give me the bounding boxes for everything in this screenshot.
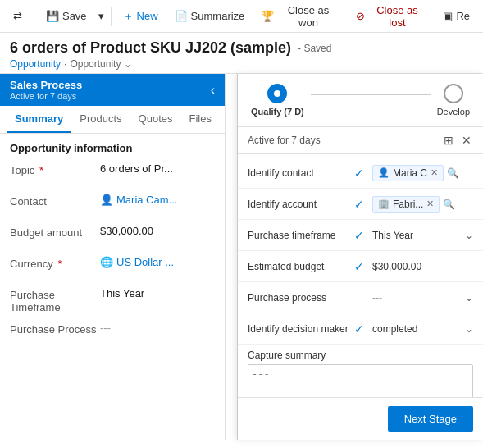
check-value-process: --- ⌄: [372, 292, 473, 304]
field-row-budget: Budget amount $30,000.00: [10, 225, 215, 248]
currency-link[interactable]: 🌐 US Dollar ...: [100, 256, 215, 268]
timeframe-dropdown[interactable]: ⌄: [465, 230, 473, 241]
check-mark-budget: ✓: [354, 260, 367, 273]
flyout-header-bar: Active for 7 days ⊞ ✕: [238, 127, 483, 154]
summarize-icon: 📄: [175, 10, 188, 22]
tab-files[interactable]: Files: [180, 106, 219, 133]
tab-summary[interactable]: Summary: [7, 106, 71, 133]
breadcrumb-link-2[interactable]: Opportunity ⌄: [70, 58, 131, 70]
person-icon: 👤: [100, 194, 113, 206]
back-button[interactable]: ⇄: [7, 7, 29, 25]
section-title-opportunity: Opportunity information: [10, 142, 215, 154]
field-row-currency: Currency * 🌐 US Dollar ...: [10, 256, 215, 279]
field-value-budget: $30,000.00: [100, 225, 215, 237]
tag-account-remove[interactable]: ✕: [426, 199, 434, 209]
required-indicator-2: *: [57, 258, 62, 270]
globe-icon: 🌐: [100, 256, 113, 268]
checklist-item-timeframe: Purchase timeframe ✓ This Year ⌄: [238, 220, 483, 251]
check-mark-timeframe: ✓: [354, 229, 367, 242]
field-value-topic: 6 orders of Pr...: [100, 162, 215, 175]
check-label-contact: Identify contact: [248, 167, 354, 179]
field-label-process: Purchase Process: [10, 322, 100, 336]
checklist-item-contact: Identify contact ✓ 👤 Maria C ✕ 🔍: [238, 158, 483, 189]
field-row-process: Purchase Process ---: [10, 322, 215, 345]
checklist-item-capture: Capture summary: [238, 345, 483, 397]
close-lost-button[interactable]: ⊘ Close as lost: [349, 1, 434, 32]
field-value-currency: 🌐 US Dollar ...: [100, 256, 215, 268]
breadcrumb-link-1[interactable]: Opportunity: [10, 58, 61, 70]
contact-link[interactable]: 👤 Maria Cam...: [100, 194, 215, 206]
capture-label: Capture summary: [248, 350, 473, 361]
save-label: Save: [62, 10, 87, 22]
saved-badge: - Saved: [298, 43, 331, 54]
new-button[interactable]: ＋ New: [116, 6, 165, 27]
flyout-footer: Next Stage: [238, 397, 483, 440]
field-label-topic: Topic *: [10, 162, 100, 176]
tag-account-search[interactable]: 🔍: [443, 199, 455, 210]
close-lost-label: Close as lost: [368, 4, 427, 29]
check-mark-account: ✓: [354, 198, 367, 211]
contact-tag: 👤 Maria C ✕: [372, 165, 444, 181]
checklist-item-decision-maker: Identify decision maker ✓ completed ⌄: [238, 313, 483, 345]
stage-circle-develop: [444, 84, 463, 103]
field-row-timeframe: Purchase Timeframe This Year: [10, 287, 215, 313]
rec-icon: ▣: [443, 10, 453, 22]
stage-qualify: Qualify (7 D): [251, 84, 304, 117]
process-dropdown[interactable]: ⌄: [465, 292, 473, 304]
sales-process-title: Sales Process: [10, 79, 82, 91]
tab-products[interactable]: Products: [71, 106, 130, 133]
close-won-icon: 🏆: [261, 10, 274, 22]
collapse-icon: ‹: [211, 83, 215, 97]
sales-process-bar: Sales Process Active for 7 days ‹: [0, 74, 225, 106]
breadcrumb-sep: ·: [64, 58, 66, 70]
left-panel: Sales Process Active for 7 days ‹ Summar…: [0, 74, 226, 440]
check-mark-decision-maker: ✓: [354, 322, 367, 336]
close-flyout-button[interactable]: ✕: [460, 132, 473, 149]
checklist-item-account: Identify account ✓ 🏢 Fabri... ✕ 🔍: [238, 189, 483, 220]
expand-button[interactable]: ⊞: [442, 132, 455, 149]
expand-icon: ⊞: [444, 134, 453, 147]
stage-connector: [311, 94, 431, 95]
check-mark-contact: ✓: [354, 167, 367, 180]
check-label-budget: Estimated budget: [248, 261, 354, 272]
field-value-process: ---: [100, 322, 215, 334]
sales-process-subtitle: Active for 7 days: [10, 91, 82, 101]
save-button[interactable]: 💾 Save: [39, 7, 93, 25]
tab-quotes[interactable]: Quotes: [130, 106, 181, 133]
capture-textarea[interactable]: [248, 364, 473, 397]
checklist: Identify contact ✓ 👤 Maria C ✕ 🔍 Identif…: [238, 154, 483, 397]
check-value-timeframe: This Year ⌄: [372, 230, 473, 241]
stage-label-develop: Develop: [437, 107, 470, 117]
check-value-contact: 👤 Maria C ✕ 🔍: [372, 165, 473, 181]
next-stage-button[interactable]: Next Stage: [388, 406, 473, 432]
field-label-timeframe: Purchase Timeframe: [10, 287, 100, 313]
plus-icon: ＋: [123, 9, 134, 24]
check-label-decision-maker: Identify decision maker: [248, 323, 354, 335]
budget-value: $30,000.00: [372, 261, 421, 272]
save-dropdown-button[interactable]: ▾: [97, 7, 106, 25]
page-title: 6 orders of Product SKU JJ202 (sample) -…: [10, 39, 473, 57]
right-panel-flyout: Qualify (7 D) Develop Active for 7 days …: [237, 74, 483, 440]
rec-label: Re: [456, 10, 470, 22]
close-won-button[interactable]: 🏆 Close as won: [254, 1, 345, 32]
checklist-item-process: Purchase process ✓ --- ⌄: [238, 282, 483, 313]
sales-process-collapse-button[interactable]: ‹: [211, 83, 215, 98]
tag-contact-search[interactable]: 🔍: [447, 167, 459, 179]
decision-maker-dropdown[interactable]: ⌄: [465, 323, 473, 335]
stage-pipeline: Qualify (7 D) Develop: [238, 74, 483, 127]
decision-maker-value: completed: [372, 323, 417, 335]
field-row-contact: Contact 👤 Maria Cam...: [10, 194, 215, 217]
tabs: Summary Products Quotes Files: [0, 106, 225, 134]
chevron-down-icon: ▾: [98, 10, 104, 22]
stage-label-qualify: Qualify (7 D): [251, 107, 304, 117]
rec-button[interactable]: ▣ Re: [436, 7, 476, 25]
tag-contact-text: Maria C: [393, 167, 427, 179]
summarize-label: Summarize: [191, 10, 245, 22]
check-label-account: Identify account: [248, 199, 354, 210]
check-value-budget: $30,000.00: [372, 261, 473, 272]
tag-account-icon: 🏢: [378, 199, 390, 209]
summarize-button[interactable]: 📄 Summarize: [168, 7, 252, 25]
check-mark-process: ✓: [354, 291, 367, 304]
tag-contact-remove[interactable]: ✕: [431, 167, 438, 178]
stage-develop: Develop: [437, 84, 470, 117]
